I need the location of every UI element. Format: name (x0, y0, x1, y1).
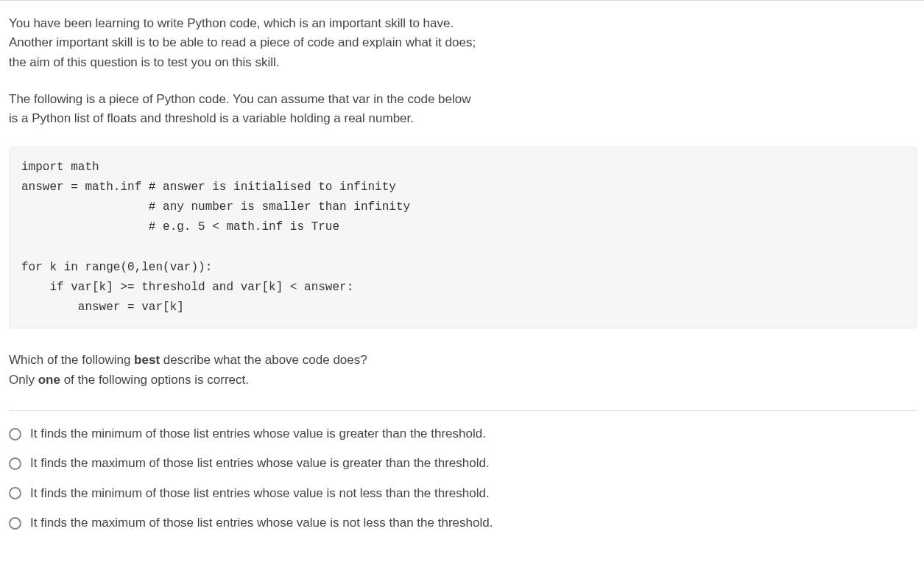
intro-line: Another important skill is to be able to… (9, 33, 917, 52)
radio-icon[interactable] (9, 517, 21, 530)
text-fragment: Only (9, 373, 38, 387)
intro-paragraph-2: The following is a piece of Python code.… (9, 90, 917, 129)
intro-line: You have been learning to write Python c… (9, 14, 917, 33)
option-label: It finds the minimum of those list entri… (30, 424, 486, 443)
radio-icon[interactable] (9, 487, 21, 499)
option-1[interactable]: It finds the minimum of those list entri… (9, 421, 917, 446)
option-2[interactable]: It finds the maximum of those list entri… (9, 451, 917, 476)
question-prompt: Which of the following best describe wha… (9, 351, 917, 390)
option-3[interactable]: It finds the minimum of those list entri… (9, 481, 917, 506)
intro-paragraph-1: You have been learning to write Python c… (9, 14, 917, 72)
question-line-1: Which of the following best describe wha… (9, 351, 917, 370)
question-line-2: Only one of the following options is cor… (9, 371, 917, 390)
radio-icon[interactable] (9, 457, 21, 470)
text-fragment: Which of the following (9, 353, 134, 367)
intro-line: the aim of this question is to test you … (9, 53, 917, 72)
code-block: import math answer = math.inf # answer i… (9, 147, 917, 329)
intro-line: The following is a piece of Python code.… (9, 90, 917, 109)
option-4[interactable]: It finds the maximum of those list entri… (9, 510, 917, 536)
option-label: It finds the maximum of those list entri… (30, 454, 490, 473)
question-container: You have been learning to write Python c… (0, 0, 924, 547)
emphasis-best: best (134, 353, 160, 367)
radio-icon[interactable] (9, 428, 21, 441)
option-label: It finds the minimum of those list entri… (30, 484, 490, 503)
intro-line: is a Python list of floats and threshold… (9, 109, 917, 128)
text-fragment: describe what the above code does? (160, 353, 367, 367)
options-group: It finds the minimum of those list entri… (9, 410, 917, 536)
option-label: It finds the maximum of those list entri… (30, 513, 493, 533)
text-fragment: of the following options is correct. (60, 373, 249, 387)
emphasis-one: one (38, 373, 60, 387)
